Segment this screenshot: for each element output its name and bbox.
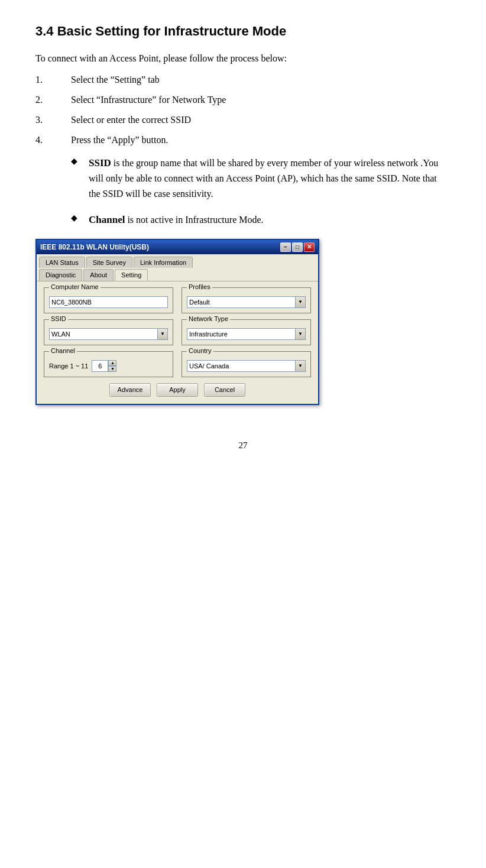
dialog-title: IEEE 802.11b WLAN Utility(USB) (40, 243, 149, 251)
step-1: 1. Select the “Setting” tab (35, 75, 451, 85)
bullet-channel-content: Channel is not active in Infrastructure … (89, 212, 451, 228)
channel-value-input[interactable] (92, 360, 108, 372)
bullet-diamond-icon-2: ◆ (71, 213, 79, 223)
ssid-term: SSID (89, 157, 111, 169)
channel-label: Channel (49, 347, 77, 354)
network-type-input[interactable] (187, 328, 306, 340)
action-buttons: Advance Apply Cancel (44, 383, 311, 397)
channel-spinner: ▲ ▼ (92, 360, 116, 372)
step-2: 2. Select “Infrastructure” for Network T… (35, 95, 451, 105)
channel-row: Range 1 ~ 11 ▲ ▼ (49, 360, 168, 372)
group-country: Country ▼ (182, 351, 311, 377)
cancel-button[interactable]: Cancel (204, 383, 245, 397)
row-computer-profiles: Computer Name Profiles ▼ (44, 287, 311, 313)
tab-site-survey[interactable]: Site Survey (86, 257, 132, 268)
tab-diagnostic[interactable]: Diagnostic (39, 269, 82, 281)
ssid-dropdown-wrapper: ▼ (49, 328, 168, 340)
step-text-4: Press the “Apply” button. (71, 135, 168, 145)
bullet-channel: ◆ Channel is not active in Infrastructur… (71, 212, 451, 228)
step-num-2: 2. (35, 95, 71, 105)
ssid-dropdown-arrow[interactable]: ▼ (157, 328, 168, 340)
step-text-2: Select “Infrastructure” for Network Type (71, 95, 226, 105)
channel-term: Channel (89, 214, 125, 225)
steps-list: 1. Select the “Setting” tab 2. Select “I… (35, 75, 451, 145)
tabs-row-2: Diagnostic About Setting (39, 269, 316, 281)
channel-range-text: Range 1 ~ 11 (49, 362, 88, 370)
country-dropdown-arrow[interactable]: ▼ (295, 360, 306, 372)
network-type-label: Network Type (187, 315, 230, 322)
computer-name-input[interactable] (49, 296, 168, 308)
profiles-dropdown-wrapper: ▼ (187, 296, 306, 308)
step-num-1: 1. (35, 75, 71, 85)
tab-about[interactable]: About (83, 269, 114, 281)
page-title: 3.4 Basic Setting for Infrastructure Mod… (35, 24, 451, 39)
network-type-input-row: ▼ (187, 328, 306, 340)
country-label: Country (187, 347, 213, 354)
profiles-input[interactable] (187, 296, 306, 308)
tab-setting[interactable]: Setting (115, 269, 148, 281)
bullet-ssid-content: SSID is the group name that will be shar… (89, 155, 451, 201)
channel-spinner-buttons: ▲ ▼ (108, 360, 116, 372)
group-profiles: Profiles ▼ (182, 287, 311, 313)
row-channel-country: Channel Range 1 ~ 11 ▲ ▼ Country (44, 351, 311, 377)
minimize-button[interactable]: − (280, 242, 291, 252)
apply-button[interactable]: Apply (157, 383, 198, 397)
win-titlebar: IEEE 802.11b WLAN Utility(USB) − □ ✕ (37, 240, 318, 254)
close-button[interactable]: ✕ (304, 242, 315, 252)
intro-text: To connect with an Access Point, please … (35, 53, 451, 64)
dialog-body: Computer Name Profiles ▼ (37, 281, 318, 404)
group-computer-name: Computer Name (44, 287, 173, 313)
step-num-4: 4. (35, 135, 71, 145)
ssid-desc: is the group name that will be shared by… (89, 158, 438, 199)
profiles-input-row: ▼ (187, 296, 306, 308)
dialog-wrapper: IEEE 802.11b WLAN Utility(USB) − □ ✕ LAN… (35, 239, 451, 405)
ssid-input-row: ▼ (49, 328, 168, 340)
tab-link-information[interactable]: Link Information (134, 257, 193, 268)
country-input[interactable] (187, 360, 306, 372)
computer-name-label: Computer Name (49, 283, 101, 290)
computer-name-input-row (49, 296, 168, 308)
row-ssid-network: SSID ▼ Network Type ▼ (44, 319, 311, 345)
step-num-3: 3. (35, 115, 71, 125)
group-ssid: SSID ▼ (44, 319, 173, 345)
network-type-dropdown-arrow[interactable]: ▼ (295, 328, 306, 340)
channel-spinner-down[interactable]: ▼ (108, 366, 116, 372)
tabs-row-1: LAN Status Site Survey Link Information (39, 257, 316, 268)
step-4: 4. Press the “Apply” button. (35, 135, 451, 145)
tab-lan-status[interactable]: LAN Status (39, 257, 85, 268)
channel-spinner-up[interactable]: ▲ (108, 360, 116, 366)
country-input-row: ▼ (187, 360, 306, 372)
ssid-label: SSID (49, 315, 68, 322)
profiles-dropdown-arrow[interactable]: ▼ (295, 296, 306, 308)
bullet-diamond-icon-1: ◆ (71, 156, 79, 166)
step-3: 3. Select or enter the correct SSID (35, 115, 451, 125)
win-controls: − □ ✕ (280, 242, 315, 252)
bullet-list: ◆ SSID is the group name that will be sh… (71, 155, 451, 228)
step-text-3: Select or enter the correct SSID (71, 115, 191, 125)
group-network-type: Network Type ▼ (182, 319, 311, 345)
win-dialog: IEEE 802.11b WLAN Utility(USB) − □ ✕ LAN… (35, 239, 319, 405)
group-channel: Channel Range 1 ~ 11 ▲ ▼ (44, 351, 173, 377)
channel-desc: is not active in Infrastructure Mode. (125, 215, 263, 225)
profiles-label: Profiles (187, 283, 212, 290)
tabs-row1: LAN Status Site Survey Link Information … (37, 254, 318, 281)
maximize-button[interactable]: □ (292, 242, 303, 252)
step-text-1: Select the “Setting” tab (71, 75, 160, 85)
bullet-ssid: ◆ SSID is the group name that will be sh… (71, 155, 451, 201)
page-number: 27 (35, 441, 451, 451)
ssid-input[interactable] (49, 328, 168, 340)
network-type-dropdown-wrapper: ▼ (187, 328, 306, 340)
country-dropdown-wrapper: ▼ (187, 360, 306, 372)
advance-button[interactable]: Advance (109, 383, 151, 397)
